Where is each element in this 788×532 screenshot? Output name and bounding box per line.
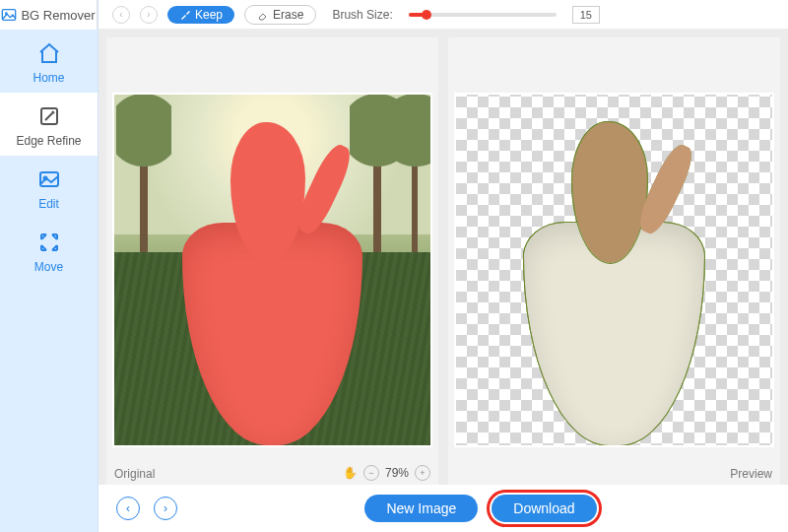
download-button[interactable]: Download [492, 495, 596, 522]
edge-refine-icon [37, 104, 61, 128]
keep-button[interactable]: Keep [167, 6, 234, 24]
sidebar-item-move[interactable]: Move [0, 219, 98, 282]
bottom-bar: ‹ › New Image Download [98, 485, 788, 532]
new-image-button[interactable]: New Image [364, 495, 478, 522]
sidebar-item-label: Home [33, 71, 64, 85]
sidebar-item-edge-refine[interactable]: Edge Refine [0, 93, 98, 156]
home-icon [37, 41, 61, 65]
main-area: ‹ › Keep Erase Brush Size: 15 [98, 0, 788, 532]
edit-icon [37, 167, 61, 191]
download-label: Download [513, 500, 574, 516]
keep-label: Keep [195, 8, 223, 22]
pan-hand-icon[interactable]: ✋ [343, 466, 358, 480]
sidebar-item-label: Edge Refine [16, 134, 81, 148]
brush-icon [179, 9, 191, 21]
app-logo: BG Remover [0, 0, 98, 30]
sidebar-item-edit[interactable]: Edit [0, 156, 98, 219]
zoom-value: 79% [385, 466, 409, 480]
sidebar-item-label: Move [34, 260, 63, 274]
canvas-area: Original ✋ − 79% + [98, 30, 788, 485]
undo-button[interactable]: ‹ [112, 6, 130, 24]
original-scene [114, 95, 430, 445]
sidebar-item-home[interactable]: Home [0, 30, 98, 93]
sidebar-item-label: Edit [38, 197, 59, 211]
panel-original: Original ✋ − 79% + [106, 37, 438, 485]
zoom-out-button[interactable]: − [363, 465, 379, 481]
slider-thumb[interactable] [422, 10, 431, 20]
original-caption: Original [114, 467, 155, 481]
preview-caption: Preview [730, 467, 772, 481]
brush-size-value[interactable]: 15 [572, 6, 600, 24]
zoom-in-button[interactable]: + [415, 465, 430, 481]
prev-image-button[interactable]: ‹ [116, 497, 140, 520]
sidebar: BG Remover Home Edge Refine Edit Move [0, 0, 98, 532]
erase-label: Erase [273, 8, 303, 22]
erase-button[interactable]: Erase [244, 5, 316, 25]
subject-cutout [510, 108, 719, 445]
app-title: BG Remover [21, 8, 95, 23]
panels: Original ✋ − 79% + [106, 37, 780, 485]
next-image-button[interactable]: › [154, 497, 177, 520]
preview-image[interactable] [454, 93, 774, 447]
subject-masked [168, 108, 377, 445]
new-image-label: New Image [386, 500, 456, 516]
original-image[interactable] [112, 93, 432, 447]
toolbar: ‹ › Keep Erase Brush Size: 15 [98, 0, 788, 30]
panel-preview: Preview [448, 37, 780, 485]
move-icon [37, 231, 61, 254]
zoom-controls: ✋ − 79% + [343, 465, 430, 481]
eraser-icon [257, 9, 269, 21]
brush-size-slider[interactable] [409, 13, 557, 17]
app-logo-icon [1, 7, 17, 23]
redo-button[interactable]: › [140, 6, 158, 24]
app-root: BG Remover Home Edge Refine Edit Move ‹ … [0, 0, 788, 532]
brush-size-label: Brush Size: [332, 8, 392, 22]
